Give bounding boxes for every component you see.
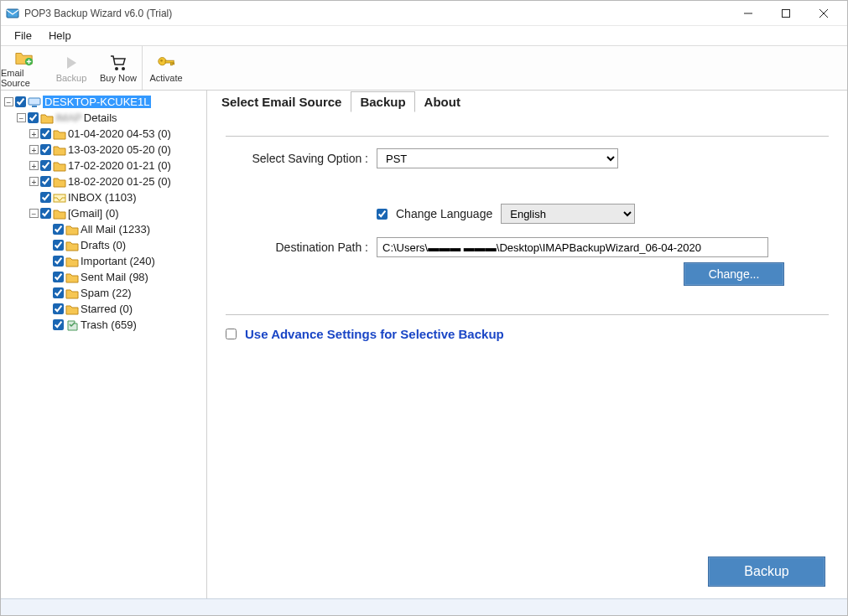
tree-item-label: Spam (22) bbox=[81, 287, 132, 299]
change-language-checkbox[interactable] bbox=[377, 209, 388, 220]
menubar: File Help bbox=[1, 26, 847, 46]
destination-input[interactable] bbox=[377, 237, 768, 257]
change-language-label: Change Language bbox=[396, 207, 492, 220]
tree-gmail-child[interactable]: Sent Mail (98) bbox=[51, 269, 205, 285]
folder-icon bbox=[65, 224, 79, 236]
app-window: POP3 Backup Wizard v6.0 (Trial) File Hel… bbox=[0, 0, 848, 616]
tree-folder[interactable]: +18-02-2020 01-25 (0) bbox=[28, 173, 205, 189]
tree-gmail-child[interactable]: Trash (659) bbox=[51, 317, 205, 333]
language-row: Change Language English bbox=[226, 204, 829, 224]
tree-item-checkbox[interactable] bbox=[53, 303, 64, 314]
expand-icon[interactable]: + bbox=[29, 129, 39, 138]
tree-details[interactable]: − IMAP Details bbox=[15, 110, 205, 126]
tree-gmail-child[interactable]: Drafts (0) bbox=[51, 237, 205, 253]
tree-root[interactable]: − DESKTOP-KCUKE1L bbox=[3, 94, 205, 110]
tree-gmail-checkbox[interactable] bbox=[40, 208, 51, 219]
advance-settings-label: Use Advance Settings for Selective Backu… bbox=[245, 327, 504, 341]
tree-folder-checkbox[interactable] bbox=[40, 160, 51, 171]
folder-icon bbox=[53, 208, 66, 220]
tree-item-checkbox[interactable] bbox=[53, 319, 64, 330]
toolbar-buy-now-label: Buy Now bbox=[100, 73, 137, 83]
maximize-button[interactable] bbox=[767, 1, 804, 26]
tree-gmail-child[interactable]: All Mail (1233) bbox=[51, 221, 205, 237]
cart-icon bbox=[109, 54, 127, 72]
collapse-icon[interactable]: − bbox=[17, 113, 26, 122]
svg-point-6 bbox=[115, 67, 118, 70]
tree-item-checkbox[interactable] bbox=[53, 272, 64, 282]
close-button[interactable] bbox=[804, 1, 842, 26]
svg-rect-11 bbox=[171, 63, 173, 65]
tree-details-label: Details bbox=[84, 111, 117, 124]
svg-rect-2 bbox=[782, 9, 789, 17]
folder-icon bbox=[53, 176, 66, 188]
tree-folder-label: 13-03-2020 05-20 (0) bbox=[68, 143, 171, 156]
inbox-icon bbox=[53, 192, 66, 204]
tree-folder-label: 17-02-2020 01-21 (0) bbox=[68, 159, 171, 172]
tree-details-prefix: IMAP bbox=[55, 111, 82, 124]
tree-gmail-child[interactable]: Important (240) bbox=[51, 253, 205, 269]
collapse-icon[interactable]: − bbox=[29, 209, 39, 218]
change-button[interactable]: Change... bbox=[684, 262, 784, 286]
tree-inbox-checkbox[interactable] bbox=[40, 192, 51, 203]
tree-root-checkbox[interactable] bbox=[15, 96, 26, 107]
key-icon bbox=[157, 54, 175, 72]
tab-about[interactable]: About bbox=[415, 91, 470, 112]
tree-folder[interactable]: +13-03-2020 05-20 (0) bbox=[28, 142, 205, 158]
svg-point-9 bbox=[160, 59, 163, 61]
tree-gmail[interactable]: − [Gmail] (0) bbox=[28, 205, 205, 221]
menu-file[interactable]: File bbox=[6, 27, 40, 44]
toolbar: Email Source Backup Buy Now Activate bbox=[1, 46, 847, 91]
tab-select-source[interactable]: Select Email Source bbox=[212, 91, 351, 112]
tab-backup[interactable]: Backup bbox=[351, 91, 414, 112]
advance-settings-checkbox[interactable] bbox=[226, 329, 237, 339]
expand-icon[interactable]: + bbox=[29, 161, 39, 170]
tree-folder-label: 18-02-2020 01-25 (0) bbox=[68, 175, 171, 188]
tree-folder-checkbox[interactable] bbox=[40, 144, 51, 155]
tree-folder-checkbox[interactable] bbox=[40, 176, 51, 187]
svg-point-7 bbox=[122, 67, 125, 70]
tree-folder-checkbox[interactable] bbox=[40, 128, 51, 139]
sidebar: − DESKTOP-KCUKE1L − IMAP Deta bbox=[1, 91, 207, 598]
tree-item-checkbox[interactable] bbox=[53, 287, 64, 298]
toolbar-backup[interactable]: Backup bbox=[48, 46, 95, 90]
collapse-icon[interactable]: − bbox=[4, 97, 13, 106]
tree-gmail-label: [Gmail] (0) bbox=[68, 207, 119, 220]
toolbar-activate[interactable]: Activate bbox=[143, 46, 190, 90]
toolbar-activate-label: Activate bbox=[149, 73, 182, 83]
expand-icon[interactable]: + bbox=[29, 145, 39, 154]
play-icon bbox=[62, 54, 81, 72]
backup-button[interactable]: Backup bbox=[708, 556, 825, 587]
tree-item-label: Drafts (0) bbox=[81, 239, 126, 251]
saving-option-row: Select Saving Option : PST bbox=[226, 148, 829, 168]
advance-row: Use Advance Settings for Selective Backu… bbox=[226, 327, 829, 341]
tree-gmail-child[interactable]: Spam (22) bbox=[51, 285, 205, 301]
toolbar-email-source-label: Email Source bbox=[1, 68, 48, 88]
statusbar bbox=[1, 598, 847, 615]
expand-icon[interactable]: + bbox=[29, 177, 39, 186]
folder-icon bbox=[53, 160, 66, 172]
tree-item-checkbox[interactable] bbox=[53, 240, 64, 251]
tree-folder[interactable]: +01-04-2020 04-53 (0) bbox=[28, 126, 205, 142]
tree-item-label: Important (240) bbox=[81, 255, 155, 267]
change-row: Change... bbox=[226, 262, 829, 286]
folder-icon bbox=[65, 256, 79, 267]
divider bbox=[226, 314, 829, 315]
body: − DESKTOP-KCUKE1L − IMAP Deta bbox=[1, 91, 847, 598]
tree-gmail-child[interactable]: Starred (0) bbox=[51, 301, 205, 317]
tree-item-label: Trash (659) bbox=[81, 318, 137, 331]
tree-item-label: Sent Mail (98) bbox=[81, 271, 148, 283]
svg-rect-13 bbox=[29, 98, 40, 105]
tree-item-checkbox[interactable] bbox=[53, 256, 64, 267]
tree-item-checkbox[interactable] bbox=[53, 224, 64, 235]
tree-folder[interactable]: +17-02-2020 01-21 (0) bbox=[28, 158, 205, 173]
saving-option-label: Select Saving Option : bbox=[226, 152, 368, 165]
tree-inbox[interactable]: INBOX (1103) bbox=[28, 189, 205, 205]
toolbar-backup-label: Backup bbox=[56, 73, 87, 83]
toolbar-buy-now[interactable]: Buy Now bbox=[95, 46, 142, 90]
language-select[interactable]: English bbox=[501, 204, 635, 224]
toolbar-email-source[interactable]: Email Source bbox=[1, 46, 48, 90]
tree-details-checkbox[interactable] bbox=[28, 112, 39, 123]
minimize-button[interactable] bbox=[729, 1, 767, 26]
saving-option-select[interactable]: PST bbox=[377, 148, 618, 168]
menu-help[interactable]: Help bbox=[40, 27, 80, 44]
